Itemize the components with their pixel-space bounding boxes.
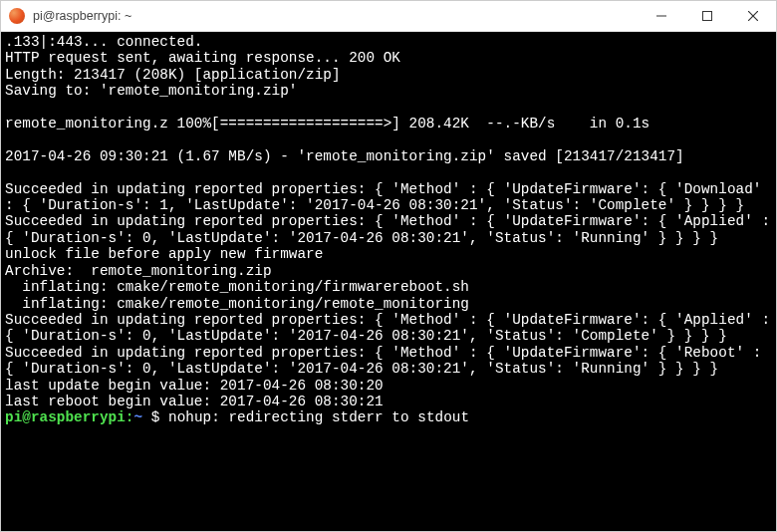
minimize-button[interactable]: [639, 1, 684, 31]
terminal-output[interactable]: .133|:443... connected. HTTP request sen…: [1, 32, 776, 531]
svg-rect-1: [703, 12, 712, 21]
ubuntu-icon: [9, 8, 25, 24]
maximize-button[interactable]: [684, 1, 730, 31]
window-controls: [639, 1, 776, 31]
prompt-path: ~: [133, 409, 142, 425]
close-button[interactable]: [730, 1, 776, 31]
prompt-user-host: pi@raspberrypi: [5, 409, 126, 425]
close-icon: [748, 11, 758, 21]
prompt-dollar: $: [142, 409, 168, 425]
nohup-message: nohup: redirecting stderr to stdout: [168, 409, 469, 425]
prompt-line: pi@raspberrypi:~ $ nohup: redirecting st…: [5, 409, 772, 425]
terminal-lines: .133|:443... connected. HTTP request sen…: [5, 34, 776, 409]
minimize-icon: [656, 11, 666, 21]
window-title: pi@raspberrypi: ~: [33, 9, 639, 23]
maximize-icon: [702, 11, 712, 21]
terminal-window: pi@raspberrypi: ~ .133|:443... connected…: [0, 0, 777, 532]
titlebar[interactable]: pi@raspberrypi: ~: [1, 1, 776, 32]
